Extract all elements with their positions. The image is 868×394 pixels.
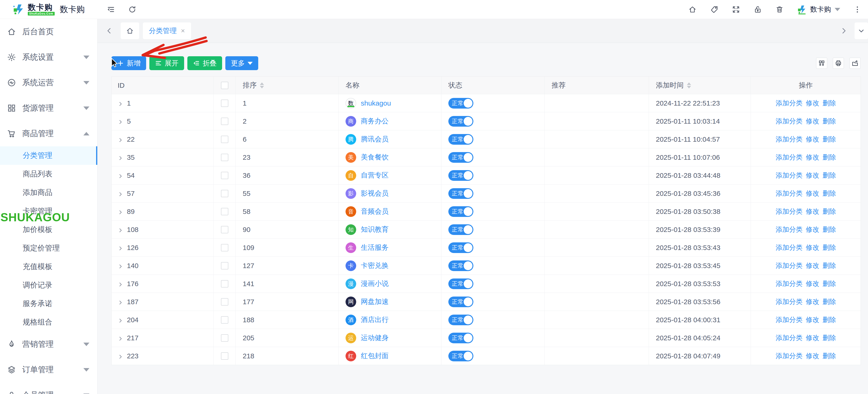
row-expand-chevron-icon[interactable] <box>118 281 123 287</box>
row-expand-chevron-icon[interactable] <box>118 100 123 106</box>
close-icon[interactable]: × <box>181 27 185 35</box>
row-expand-chevron-icon[interactable] <box>118 119 123 124</box>
edit-link[interactable]: 修改 <box>806 297 819 306</box>
sidebar-subitem[interactable]: 调价记录 <box>0 276 97 294</box>
row-expand-chevron-icon[interactable] <box>118 227 123 232</box>
row-expand-chevron-icon[interactable] <box>118 137 123 142</box>
delete-link[interactable]: 删除 <box>823 261 836 270</box>
row-checkbox[interactable] <box>221 136 228 143</box>
delete-link[interactable]: 删除 <box>823 207 836 216</box>
row-expand-chevron-icon[interactable] <box>118 263 123 268</box>
edit-link[interactable]: 修改 <box>806 171 819 180</box>
lock-icon[interactable] <box>753 5 763 14</box>
delete-link[interactable]: 删除 <box>823 99 836 108</box>
edit-link[interactable]: 修改 <box>806 279 819 289</box>
home-icon[interactable] <box>688 5 697 14</box>
sidebar-item-4[interactable]: 商品管理 <box>0 121 97 146</box>
add-subcategory-link[interactable]: 添加分类 <box>776 117 803 126</box>
status-toggle[interactable]: 正常 <box>448 152 473 163</box>
tabs-scroll-left-icon[interactable] <box>104 26 115 36</box>
row-checkbox[interactable] <box>221 244 228 252</box>
column-settings-button[interactable] <box>816 58 827 69</box>
delete-link[interactable]: 删除 <box>823 333 836 342</box>
sidebar-item-3[interactable]: 货源管理 <box>0 95 97 121</box>
status-toggle[interactable]: 正常 <box>448 260 473 271</box>
edit-link[interactable]: 修改 <box>806 315 819 325</box>
collapse-sidebar-icon[interactable] <box>106 5 116 14</box>
edit-link[interactable]: 修改 <box>806 243 819 252</box>
status-toggle[interactable]: 正常 <box>448 333 473 343</box>
edit-link[interactable]: 修改 <box>806 135 819 144</box>
add-button[interactable]: 新增 <box>112 56 146 70</box>
add-subcategory-link[interactable]: 添加分类 <box>776 99 803 108</box>
row-checkbox[interactable] <box>221 316 228 324</box>
row-expand-chevron-icon[interactable] <box>118 191 123 196</box>
expand-all-button[interactable]: 展开 <box>149 56 184 70</box>
category-name-link[interactable]: 酒店出行 <box>361 315 389 325</box>
status-toggle[interactable]: 正常 <box>448 242 473 253</box>
sort-carets-icon[interactable] <box>687 83 691 89</box>
add-subcategory-link[interactable]: 添加分类 <box>776 261 803 270</box>
sidebar-item-6[interactable]: 订单管理 <box>0 357 97 383</box>
category-name-link[interactable]: 红包封面 <box>361 351 389 361</box>
tag-icon[interactable] <box>710 5 719 14</box>
tab-home[interactable] <box>121 23 139 39</box>
category-name-link[interactable]: shukagou <box>361 99 391 107</box>
sidebar-subitem[interactable]: 充值模板 <box>0 257 97 276</box>
status-toggle[interactable]: 正常 <box>448 224 473 235</box>
print-button[interactable] <box>833 58 844 69</box>
row-expand-chevron-icon[interactable] <box>118 353 123 359</box>
edit-link[interactable]: 修改 <box>806 189 819 198</box>
category-name-link[interactable]: 漫画小说 <box>361 279 389 289</box>
delete-link[interactable]: 删除 <box>823 171 836 180</box>
row-expand-chevron-icon[interactable] <box>118 335 123 341</box>
delete-link[interactable]: 删除 <box>823 315 836 325</box>
status-toggle[interactable]: 正常 <box>448 206 473 217</box>
row-checkbox[interactable] <box>221 208 228 215</box>
sidebar-subitem[interactable]: 预定价管理 <box>0 239 97 257</box>
sidebar-item-dashboard[interactable]: 后台首页 <box>0 19 97 44</box>
add-subcategory-link[interactable]: 添加分类 <box>776 297 803 306</box>
row-checkbox[interactable] <box>221 262 228 269</box>
add-subcategory-link[interactable]: 添加分类 <box>776 225 803 234</box>
trash-icon[interactable] <box>775 5 784 14</box>
edit-link[interactable]: 修改 <box>806 117 819 126</box>
edit-link[interactable]: 修改 <box>806 333 819 342</box>
status-toggle[interactable]: 正常 <box>448 315 473 325</box>
edit-link[interactable]: 修改 <box>806 99 819 108</box>
row-checkbox[interactable] <box>221 118 228 125</box>
add-subcategory-link[interactable]: 添加分类 <box>776 352 803 361</box>
user-menu[interactable]: 数卡购 <box>797 4 840 15</box>
row-checkbox[interactable] <box>221 352 228 360</box>
edit-link[interactable]: 修改 <box>806 225 819 234</box>
category-name-link[interactable]: 运动健身 <box>361 333 389 342</box>
category-name-link[interactable]: 美食餐饮 <box>361 153 389 162</box>
row-expand-chevron-icon[interactable] <box>118 317 123 323</box>
row-expand-chevron-icon[interactable] <box>118 209 123 215</box>
delete-link[interactable]: 删除 <box>823 225 836 234</box>
row-expand-chevron-icon[interactable] <box>118 245 123 251</box>
add-subcategory-link[interactable]: 添加分类 <box>776 207 803 216</box>
category-name-link[interactable]: 音频会员 <box>361 207 389 216</box>
status-toggle[interactable]: 正常 <box>448 134 473 145</box>
category-name-link[interactable]: 知识教育 <box>361 225 389 234</box>
select-all-checkbox[interactable] <box>221 82 228 89</box>
sidebar-item-5[interactable]: 营销管理 <box>0 331 97 357</box>
tab-category-management[interactable]: 分类管理 × <box>143 23 191 39</box>
tabs-options-dropdown[interactable] <box>855 23 868 39</box>
fullscreen-icon[interactable] <box>731 5 741 14</box>
status-toggle[interactable]: 正常 <box>448 278 473 289</box>
delete-link[interactable]: 删除 <box>823 153 836 162</box>
status-toggle[interactable]: 正常 <box>448 98 473 108</box>
delete-link[interactable]: 删除 <box>823 279 836 289</box>
category-name-link[interactable]: 自营专区 <box>361 171 389 180</box>
status-toggle[interactable]: 正常 <box>448 188 473 199</box>
sidebar-item-7[interactable]: 会员管理 <box>0 383 97 394</box>
sidebar-subitem[interactable]: 服务承诺 <box>0 294 97 313</box>
edit-link[interactable]: 修改 <box>806 207 819 216</box>
category-name-link[interactable]: 卡密兑换 <box>361 261 389 270</box>
edit-link[interactable]: 修改 <box>806 153 819 162</box>
sort-carets-icon[interactable] <box>260 83 264 89</box>
row-expand-chevron-icon[interactable] <box>118 299 123 305</box>
row-expand-chevron-icon[interactable] <box>118 173 123 178</box>
